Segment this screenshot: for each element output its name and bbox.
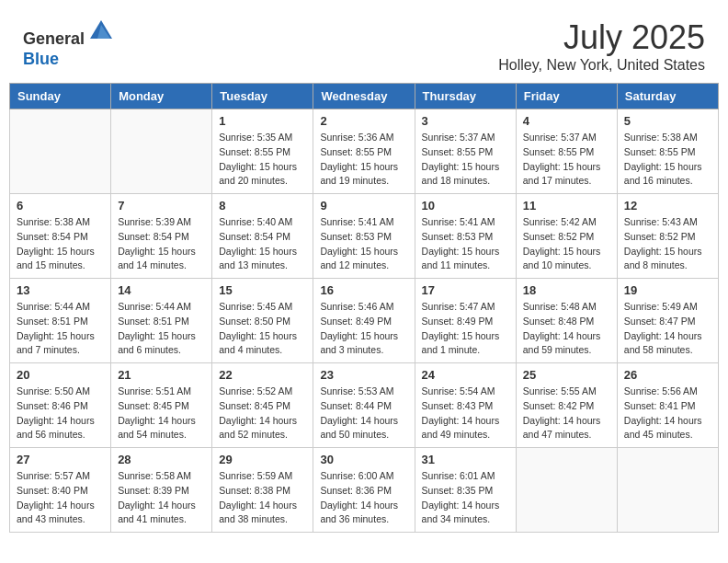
day-number: 18 (523, 283, 610, 297)
day-number: 30 (320, 453, 407, 466)
week-row: 20Sunrise: 5:50 AMSunset: 8:46 PMDayligh… (10, 363, 719, 448)
cell-info: Sunrise: 5:46 AMSunset: 8:49 PMDaylight:… (320, 300, 407, 358)
day-number: 29 (219, 453, 306, 466)
weekday-header-row: SundayMondayTuesdayWednesdayThursdayFrid… (10, 84, 719, 109)
calendar-table: SundayMondayTuesdayWednesdayThursdayFrid… (9, 83, 719, 533)
calendar-cell: 4Sunrise: 5:37 AMSunset: 8:55 PMDaylight… (516, 109, 617, 194)
calendar-cell: 1Sunrise: 5:35 AMSunset: 8:55 PMDaylight… (212, 109, 313, 194)
cell-info: Sunrise: 5:56 AMSunset: 8:41 PMDaylight:… (624, 385, 711, 442)
weekday-header: Wednesday (313, 84, 415, 109)
day-number: 24 (422, 368, 509, 382)
cell-info: Sunrise: 5:43 AMSunset: 8:52 PMDaylight:… (624, 215, 711, 273)
main-title: July 2025 (498, 18, 705, 57)
day-number: 10 (422, 199, 509, 213)
day-number: 27 (17, 453, 104, 466)
cell-info: Sunrise: 5:59 AMSunset: 8:38 PMDaylight:… (219, 469, 306, 527)
cell-info: Sunrise: 5:40 AMSunset: 8:54 PMDaylight:… (219, 215, 306, 273)
calendar-cell: 31Sunrise: 6:01 AMSunset: 8:35 PMDayligh… (415, 448, 516, 533)
calendar-cell: 7Sunrise: 5:39 AMSunset: 8:54 PMDaylight… (111, 194, 212, 279)
logo-blue: Blue (23, 50, 59, 68)
calendar-cell: 21Sunrise: 5:51 AMSunset: 8:45 PMDayligh… (111, 363, 212, 448)
calendar-cell: 14Sunrise: 5:44 AMSunset: 8:51 PMDayligh… (111, 279, 212, 363)
cell-info: Sunrise: 5:45 AMSunset: 8:50 PMDaylight:… (219, 300, 306, 358)
cell-info: Sunrise: 5:38 AMSunset: 8:54 PMDaylight:… (17, 215, 104, 273)
day-number: 26 (624, 368, 711, 382)
day-number: 21 (118, 368, 205, 382)
day-number: 16 (320, 283, 407, 297)
calendar-cell: 18Sunrise: 5:48 AMSunset: 8:48 PMDayligh… (516, 279, 617, 363)
week-row: 1Sunrise: 5:35 AMSunset: 8:55 PMDaylight… (10, 109, 719, 194)
cell-info: Sunrise: 5:44 AMSunset: 8:51 PMDaylight:… (17, 300, 104, 358)
cell-info: Sunrise: 5:55 AMSunset: 8:42 PMDaylight:… (523, 385, 610, 442)
calendar-cell: 23Sunrise: 5:53 AMSunset: 8:44 PMDayligh… (313, 363, 415, 448)
logo: General Blue (23, 18, 114, 69)
cell-info: Sunrise: 6:00 AMSunset: 8:36 PMDaylight:… (320, 469, 407, 527)
calendar-cell: 28Sunrise: 5:58 AMSunset: 8:39 PMDayligh… (111, 448, 212, 533)
calendar-cell: 19Sunrise: 5:49 AMSunset: 8:47 PMDayligh… (617, 279, 718, 363)
cell-info: Sunrise: 5:36 AMSunset: 8:55 PMDaylight:… (320, 131, 407, 189)
day-number: 6 (17, 199, 104, 213)
calendar-cell: 30Sunrise: 6:00 AMSunset: 8:36 PMDayligh… (313, 448, 415, 533)
cell-info: Sunrise: 5:51 AMSunset: 8:45 PMDaylight:… (118, 385, 205, 442)
logo-icon (88, 18, 114, 44)
day-number: 31 (422, 453, 509, 466)
calendar-cell: 22Sunrise: 5:52 AMSunset: 8:45 PMDayligh… (212, 363, 313, 448)
week-row: 27Sunrise: 5:57 AMSunset: 8:40 PMDayligh… (10, 448, 719, 533)
calendar-cell: 9Sunrise: 5:41 AMSunset: 8:53 PMDaylight… (313, 194, 415, 279)
day-number: 19 (624, 283, 711, 297)
calendar-cell (111, 109, 212, 194)
logo-general: General (23, 29, 85, 48)
day-number: 22 (219, 368, 306, 382)
calendar-cell: 10Sunrise: 5:41 AMSunset: 8:53 PMDayligh… (415, 194, 516, 279)
calendar-cell: 13Sunrise: 5:44 AMSunset: 8:51 PMDayligh… (10, 279, 111, 363)
weekday-header: Friday (516, 84, 617, 109)
day-number: 5 (624, 114, 711, 128)
day-number: 12 (624, 199, 711, 213)
cell-info: Sunrise: 5:54 AMSunset: 8:43 PMDaylight:… (422, 385, 509, 442)
day-number: 7 (118, 199, 205, 213)
cell-info: Sunrise: 5:35 AMSunset: 8:55 PMDaylight:… (219, 131, 306, 189)
week-row: 6Sunrise: 5:38 AMSunset: 8:54 PMDaylight… (10, 194, 719, 279)
calendar-cell: 11Sunrise: 5:42 AMSunset: 8:52 PMDayligh… (516, 194, 617, 279)
cell-info: Sunrise: 6:01 AMSunset: 8:35 PMDaylight:… (422, 469, 509, 527)
calendar-cell (617, 448, 718, 533)
day-number: 17 (422, 283, 509, 297)
calendar-cell: 17Sunrise: 5:47 AMSunset: 8:49 PMDayligh… (415, 279, 516, 363)
calendar-cell: 25Sunrise: 5:55 AMSunset: 8:42 PMDayligh… (516, 363, 617, 448)
weekday-header: Thursday (415, 84, 516, 109)
cell-info: Sunrise: 5:41 AMSunset: 8:53 PMDaylight:… (422, 215, 509, 273)
calendar-cell: 15Sunrise: 5:45 AMSunset: 8:50 PMDayligh… (212, 279, 313, 363)
subtitle: Holley, New York, United States (498, 57, 705, 74)
calendar-cell: 5Sunrise: 5:38 AMSunset: 8:55 PMDaylight… (617, 109, 718, 194)
cell-info: Sunrise: 5:39 AMSunset: 8:54 PMDaylight:… (118, 215, 205, 273)
cell-info: Sunrise: 5:42 AMSunset: 8:52 PMDaylight:… (523, 215, 610, 273)
weekday-header: Tuesday (212, 84, 313, 109)
weekday-header: Monday (111, 84, 212, 109)
calendar-cell: 26Sunrise: 5:56 AMSunset: 8:41 PMDayligh… (617, 363, 718, 448)
cell-info: Sunrise: 5:44 AMSunset: 8:51 PMDaylight:… (118, 300, 205, 358)
calendar-cell (516, 448, 617, 533)
cell-info: Sunrise: 5:37 AMSunset: 8:55 PMDaylight:… (523, 131, 610, 189)
day-number: 8 (219, 199, 306, 213)
calendar-cell: 24Sunrise: 5:54 AMSunset: 8:43 PMDayligh… (415, 363, 516, 448)
day-number: 11 (523, 199, 610, 213)
day-number: 3 (422, 114, 509, 128)
day-number: 15 (219, 283, 306, 297)
day-number: 1 (219, 114, 306, 128)
cell-info: Sunrise: 5:37 AMSunset: 8:55 PMDaylight:… (422, 131, 509, 189)
cell-info: Sunrise: 5:50 AMSunset: 8:46 PMDaylight:… (17, 385, 104, 442)
weekday-header: Sunday (10, 84, 111, 109)
page-header: General Blue July 2025 Holley, New York,… (9, 9, 719, 78)
cell-info: Sunrise: 5:52 AMSunset: 8:45 PMDaylight:… (219, 385, 306, 442)
calendar-cell: 3Sunrise: 5:37 AMSunset: 8:55 PMDaylight… (415, 109, 516, 194)
day-number: 14 (118, 283, 205, 297)
week-row: 13Sunrise: 5:44 AMSunset: 8:51 PMDayligh… (10, 279, 719, 363)
day-number: 28 (118, 453, 205, 466)
day-number: 13 (17, 283, 104, 297)
weekday-header: Saturday (617, 84, 718, 109)
day-number: 4 (523, 114, 610, 128)
title-block: July 2025 Holley, New York, United State… (498, 18, 705, 74)
day-number: 25 (523, 368, 610, 382)
day-number: 23 (320, 368, 407, 382)
cell-info: Sunrise: 5:47 AMSunset: 8:49 PMDaylight:… (422, 300, 509, 358)
